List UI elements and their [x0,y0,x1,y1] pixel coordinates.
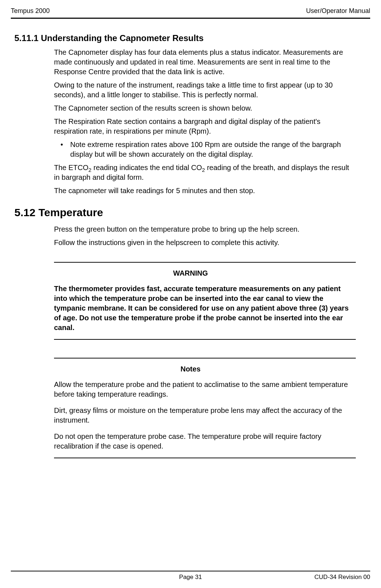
bullet-text: Note extreme respiration rates above 100… [70,140,356,159]
note-paragraph: Do not open the temperature probe case. … [54,432,356,451]
bullet-item: • Note extreme respiration rates above 1… [54,140,356,159]
section-5-12-heading: 5.12 Temperature [14,206,367,219]
body-paragraph: Follow the instructions given in the hel… [54,238,356,248]
note-paragraph: Allow the temperature probe and the pati… [54,380,356,399]
bullet-marker: • [60,140,63,159]
body-paragraph: The Capnometer display has four data ele… [54,48,356,77]
subscript: 2 [202,167,205,173]
body-paragraph: The Capnometer section of the results sc… [54,103,356,113]
notes-heading: Notes [14,365,367,373]
body-paragraph: The Respiration Rate section contains a … [54,117,356,136]
warning-top-rule [54,262,356,263]
body-paragraph: The ETCO2 reading indicates the end tida… [54,163,356,182]
header-right: User/Operator Manual [306,7,370,15]
notes-top-rule [54,358,356,358]
body-paragraph: The capnometer will take readings for 5 … [54,186,356,196]
page-header: Tempus 2000 User/Operator Manual [11,7,370,18]
section-5-11-1-heading: 5.11.1 Understanding the Capnometer Resu… [14,33,367,43]
footer-content: Page 31 CUD-34 Revision 00 [11,574,370,581]
body-paragraph: Press the green button on the temperatur… [54,224,356,234]
note-paragraph: Dirt, greasy films or moisture on the te… [54,406,356,425]
header-left: Tempus 2000 [11,7,50,15]
header-rule [11,18,370,19]
warning-text: The thermometer provides fast, accurate … [54,284,356,333]
page-content: 5.11.1 Understanding the Capnometer Resu… [11,33,370,458]
body-paragraph: Owing to the nature of the instrument, r… [54,80,356,100]
page-footer: Page 31 CUD-34 Revision 00 [11,571,370,581]
footer-page-number: Page 31 [179,574,202,581]
footer-rule [11,571,370,571]
warning-heading: WARNING [14,269,367,277]
notes-bottom-rule [54,458,356,458]
subscript: 2 [89,167,91,173]
footer-revision: CUD-34 Revision 00 [314,574,370,581]
